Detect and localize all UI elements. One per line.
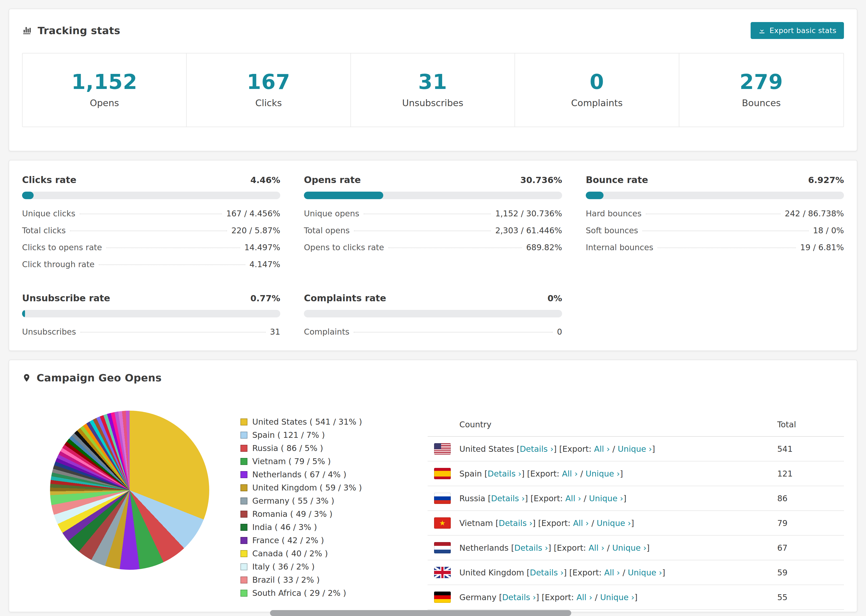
rate-block: Clicks rate 4.46% Unique clicks 167 / 4.… xyxy=(22,174,280,269)
export-unique-link[interactable]: Unique › xyxy=(618,444,652,454)
geo-pie-chart xyxy=(50,411,209,570)
rate-row-label: Hard bounces xyxy=(586,209,641,218)
country-flag-icon xyxy=(434,542,451,553)
rate-stat-row: Unique clicks 167 / 4.456% xyxy=(22,209,280,218)
rate-title: Opens rate xyxy=(304,174,361,185)
export-unique-link[interactable]: Unique › xyxy=(586,469,620,478)
rate-block: Opens rate 30.736% Unique opens 1,152 / … xyxy=(304,174,562,269)
rate-progress-bar xyxy=(304,192,562,199)
dotted-leader xyxy=(70,231,227,231)
tracking-stats-card: Tracking stats Export basic stats 1,152 … xyxy=(9,9,857,151)
rate-block: Complaints rate 0% Complaints 0 xyxy=(304,293,562,336)
legend-item: United Kingdom ( 59 / 3% ) xyxy=(241,483,414,492)
details-link[interactable]: Details › xyxy=(502,592,536,602)
rate-title: Clicks rate xyxy=(22,174,76,185)
rate-row-label: Unique clicks xyxy=(22,209,75,218)
legend-item: Vietnam ( 79 / 5% ) xyxy=(241,457,414,466)
rate-stat-row: Internal bounces 19 / 6.81% xyxy=(586,243,844,252)
export-unique-link[interactable]: Unique › xyxy=(612,543,646,553)
rate-stat-row: Total clicks 220 / 5.87% xyxy=(22,226,280,235)
tracking-stats-header: Tracking stats Export basic stats xyxy=(22,22,844,39)
page-title: Tracking stats xyxy=(38,25,120,36)
export-all-link[interactable]: All › xyxy=(604,568,620,577)
rate-row-value: 220 / 5.87% xyxy=(231,226,280,235)
legend-swatch xyxy=(241,577,247,583)
country-cell: Germany [Details ›] [Export: All › / Uni… xyxy=(459,592,777,602)
export-all-link[interactable]: All › xyxy=(589,543,604,553)
legend-label: Russia ( 86 / 5% ) xyxy=(252,443,323,453)
export-unique-link[interactable]: Unique › xyxy=(628,568,662,577)
details-link[interactable]: Details › xyxy=(488,469,521,478)
country-flag-icon xyxy=(434,493,451,504)
rate-stat-row: Hard bounces 242 / 86.738% xyxy=(586,209,844,218)
geo-table-row: United States [Details ›] [Export: All ›… xyxy=(428,437,844,462)
export-unique-link[interactable]: Unique › xyxy=(600,592,634,602)
rate-stat-row: Opens to clicks rate 689.82% xyxy=(304,243,562,252)
rate-row-value: 242 / 86.738% xyxy=(785,209,844,218)
country-total: 541 xyxy=(777,444,838,454)
rate-rows: Complaints 0 xyxy=(304,327,562,336)
dotted-leader xyxy=(106,248,240,248)
details-link[interactable]: Details › xyxy=(520,444,553,454)
country-name: Germany xyxy=(459,592,496,602)
legend-item: Brazil ( 33 / 2% ) xyxy=(241,575,414,585)
export-basic-stats-button[interactable]: Export basic stats xyxy=(751,22,844,39)
rate-title: Bounce rate xyxy=(586,174,648,185)
rate-row-value: 167 / 4.456% xyxy=(226,209,280,218)
legend-swatch xyxy=(241,432,247,438)
dotted-leader xyxy=(80,332,266,332)
details-link[interactable]: Details › xyxy=(491,494,525,503)
stat-box: 167 Clicks xyxy=(187,53,351,127)
geo-table-rows: United States [Details ›] [Export: All ›… xyxy=(428,437,844,610)
rates-card: Clicks rate 4.46% Unique clicks 167 / 4.… xyxy=(9,160,857,351)
legend-label: Netherlands ( 67 / 4% ) xyxy=(252,470,346,479)
country-total: 121 xyxy=(777,469,838,478)
rate-progress-fill xyxy=(304,192,383,199)
export-unique-link[interactable]: Unique › xyxy=(589,494,623,503)
rate-percentage: 0% xyxy=(548,293,562,303)
rate-stat-row: Complaints 0 xyxy=(304,327,562,336)
bar-chart-icon xyxy=(22,25,32,36)
export-all-link[interactable]: All › xyxy=(594,444,610,454)
rate-progress-bar xyxy=(22,310,280,317)
legend-swatch xyxy=(241,550,247,557)
legend-swatch xyxy=(241,511,247,518)
rate-progress-bar xyxy=(304,310,562,317)
country-cell: United States [Details ›] [Export: All ›… xyxy=(459,444,777,454)
rate-row-label: Unique opens xyxy=(304,209,359,218)
country-name: Spain xyxy=(459,469,482,478)
geo-table-row: Russia [Details ›] [Export: All › / Uniq… xyxy=(428,486,844,511)
legend-item: United States ( 541 / 31% ) xyxy=(241,417,414,426)
details-link[interactable]: Details › xyxy=(514,543,548,553)
export-all-link[interactable]: All › xyxy=(562,469,578,478)
rates-grid: Clicks rate 4.46% Unique clicks 167 / 4.… xyxy=(22,174,844,336)
legend-swatch xyxy=(241,418,247,426)
export-all-link[interactable]: All › xyxy=(573,519,589,528)
horizontal-scrollbar-thumb[interactable] xyxy=(270,610,571,616)
export-unique-link[interactable]: Unique › xyxy=(597,519,631,528)
legend-label: Italy ( 36 / 2% ) xyxy=(252,562,315,571)
details-link[interactable]: Details › xyxy=(499,519,532,528)
rate-percentage: 30.736% xyxy=(520,175,562,185)
rate-percentage: 0.77% xyxy=(250,293,280,303)
geo-title: Campaign Geo Opens xyxy=(36,372,162,384)
details-link[interactable]: Details › xyxy=(530,568,564,577)
legend-swatch xyxy=(241,484,247,491)
country-cell: Russia [Details ›] [Export: All › / Uniq… xyxy=(459,494,777,503)
rate-row-value: 2,303 / 61.446% xyxy=(495,226,562,235)
country-flag-icon xyxy=(434,517,451,529)
country-total: 59 xyxy=(777,568,838,577)
dotted-leader xyxy=(658,248,796,248)
rate-row-label: Unsubscribes xyxy=(22,327,76,336)
legend-label: Germany ( 55 / 3% ) xyxy=(252,496,334,506)
geo-table-row: Netherlands [Details ›] [Export: All › /… xyxy=(428,536,844,560)
legend-item: South Africa ( 29 / 2% ) xyxy=(241,588,414,598)
rate-row-label: Total clicks xyxy=(22,226,66,235)
legend-item: Romania ( 49 / 3% ) xyxy=(241,509,414,519)
stat-box: 31 Unsubscribes xyxy=(351,53,515,127)
rate-progress-bar xyxy=(586,192,844,199)
export-all-link[interactable]: All › xyxy=(565,494,581,503)
export-all-link[interactable]: All › xyxy=(576,592,592,602)
country-cell: Spain [Details ›] [Export: All › / Uniqu… xyxy=(459,469,777,478)
rate-percentage: 6.927% xyxy=(808,175,844,185)
